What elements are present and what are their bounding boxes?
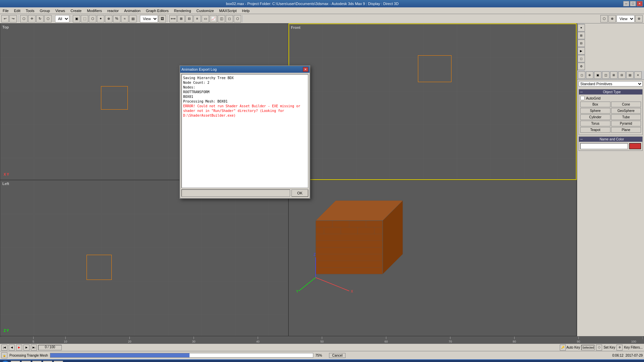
autogrid-checkbox[interactable] (580, 96, 585, 100)
quick-align-btn[interactable]: ≡ (194, 15, 201, 22)
select-mode-btn[interactable]: ⬡ (600, 15, 608, 22)
menu-item-create[interactable]: Create (68, 8, 84, 13)
torus-btn[interactable]: Torus (580, 121, 610, 126)
dialog-close-btn[interactable]: ✕ (303, 67, 308, 72)
plane-btn[interactable]: Plane (611, 127, 641, 133)
dialog-input-field[interactable] (181, 189, 290, 197)
maximize-btn[interactable]: □ (630, 1, 636, 6)
move-btn[interactable]: ✛ (28, 15, 36, 22)
taskbar-browser1[interactable]: 🐧 (21, 361, 31, 362)
modify-icon[interactable]: ⊞ (578, 32, 585, 39)
object-name-input[interactable] (580, 143, 628, 149)
panel-icon-2[interactable]: ⊕ (586, 71, 593, 79)
view-dropdown[interactable]: View (140, 15, 158, 22)
prev-key-btn[interactable]: |◀ (1, 345, 7, 351)
menu-item-rendering[interactable]: Rendering (171, 8, 194, 13)
menu-item-customize[interactable]: Customize (194, 8, 217, 13)
key-icon[interactable]: 🔑 (560, 345, 566, 351)
view2-dropdown[interactable]: View (616, 15, 635, 22)
menu-item-help[interactable]: Help (239, 8, 253, 13)
window-cross-btn[interactable]: ⬡ (89, 15, 96, 22)
primitives-dropdown[interactable]: Standard Primitives (579, 81, 643, 86)
color-swatch[interactable] (629, 143, 641, 149)
edit-named-btn[interactable]: ▤ (129, 15, 137, 22)
next-key-btn[interactable]: ▶| (31, 345, 37, 351)
hierarchy-icon[interactable]: ⊟ (578, 40, 585, 47)
taskbar-explorer[interactable]: 📁 (11, 361, 20, 362)
sphere-btn[interactable]: Sphere (580, 108, 610, 114)
layer-btn[interactable]: ▭ (202, 15, 209, 22)
prev-frame-btn[interactable]: ◀ (9, 345, 15, 351)
start-btn[interactable]: ⊞ (1, 361, 9, 362)
curve-editor-btn[interactable]: 📈 (210, 15, 217, 22)
panel-icon-5[interactable]: ⊞ (610, 71, 618, 79)
spinner-snap-btn[interactable]: ≈ (121, 15, 128, 22)
mirror-btn[interactable]: ⟺ (169, 15, 177, 22)
menu-item-reactor[interactable]: reactor (105, 8, 121, 13)
menu-item-modifiers[interactable]: Modifiers (84, 8, 105, 13)
menu-item-group[interactable]: Group (37, 8, 53, 13)
box-btn[interactable]: Box (580, 102, 610, 107)
tube-btn[interactable]: Tube (611, 114, 641, 120)
menu-item-graph-editors[interactable]: Graph Editors (143, 8, 171, 13)
percent-snap-btn[interactable]: % (113, 15, 120, 22)
orbit-btn[interactable]: ⊚ (635, 15, 643, 22)
minimize-btn[interactable]: ─ (623, 1, 629, 6)
panel-icon-8[interactable]: ≡ (634, 71, 642, 79)
cylinder-btn[interactable]: Cylinder (580, 114, 610, 120)
taskbar-app2[interactable]: 🎮 (54, 361, 63, 362)
scale-btn[interactable]: ⬡ (44, 15, 52, 22)
menu-item-maxscript[interactable]: MAXScript (217, 8, 239, 13)
panel-icon-3[interactable]: ▣ (594, 71, 601, 79)
next-frame-btn[interactable]: ▶ (23, 345, 30, 351)
cancel-btn[interactable]: Cancel (329, 353, 345, 358)
geosphere-btn[interactable]: GeoSphere (611, 108, 641, 114)
menu-item-animation[interactable]: Animation (121, 8, 143, 13)
filter-dropdown[interactable]: All (55, 15, 69, 22)
selected-dropdown[interactable]: Selected (581, 345, 595, 350)
viewport-left[interactable]: Left Z Y (0, 180, 288, 337)
menu-item-edit[interactable]: Edit (11, 8, 23, 13)
panel-icon-6[interactable]: ⊟ (618, 71, 626, 79)
snap-btn[interactable]: ✦ (97, 15, 104, 22)
array-btn[interactable]: ⊞ (177, 15, 185, 22)
rotate-btn[interactable]: ↻ (36, 15, 44, 22)
taskbar-browser2[interactable]: 🌐 (32, 361, 42, 362)
panel-icon-1[interactable]: ◻ (578, 71, 585, 79)
name-minus-icon[interactable]: ─ (580, 137, 583, 141)
utilities-icon[interactable]: ⚙ (578, 63, 585, 70)
play-btn[interactable]: ▶ (16, 345, 22, 351)
taskbar-app1[interactable]: 📷 (43, 361, 52, 362)
status-icon-1[interactable]: 🔒 (1, 352, 7, 358)
pyramid-btn[interactable]: Pyramid (611, 121, 641, 126)
angle-snap-btn[interactable]: ⊕ (105, 15, 112, 22)
close-btn[interactable]: ✕ (637, 1, 643, 6)
select-object-btn[interactable]: ▣ (73, 15, 80, 22)
set-key-btn[interactable]: ⬡ (596, 345, 602, 351)
magnify-btn[interactable]: ⊕ (608, 15, 616, 22)
redo-btn[interactable]: ↪ (9, 15, 17, 22)
dialog-log[interactable]: Saving Hierarchy Tree BDXNode Count: 2No… (181, 74, 308, 188)
material-editor-btn[interactable]: ◻ (226, 15, 233, 22)
viewport-front[interactable]: Front (288, 23, 577, 180)
key-filters-btn[interactable]: ⚙ (616, 345, 623, 351)
menu-item-tools[interactable]: Tools (23, 8, 37, 13)
minus-icon[interactable]: ─ (580, 90, 583, 94)
viewport-perspective[interactable]: X Y Z (288, 180, 577, 337)
select-region-btn[interactable]: ⬚ (81, 15, 88, 22)
display-icon[interactable]: ◻ (578, 55, 585, 62)
motion-icon[interactable]: ▶ (578, 47, 585, 55)
dialog-ok-btn[interactable]: OK (291, 189, 308, 197)
teapot-btn[interactable]: Teapot (580, 127, 610, 133)
panel-icon-7[interactable]: ▤ (626, 71, 634, 79)
cone-btn[interactable]: Cone (611, 102, 641, 107)
menu-item-views[interactable]: Views (53, 8, 68, 13)
undo-btn[interactable]: ↩ (1, 15, 9, 22)
schematic-btn[interactable]: ◫ (218, 15, 225, 22)
align-btn[interactable]: ⊟ (185, 15, 193, 22)
select-btn[interactable]: ⬡ (20, 15, 28, 22)
menu-item-file[interactable]: File (0, 8, 11, 13)
render-scene-btn[interactable]: ⬡ (234, 15, 241, 22)
panel-icon-4[interactable]: ◫ (602, 71, 609, 79)
render-btn[interactable]: 🖼 (159, 15, 166, 22)
